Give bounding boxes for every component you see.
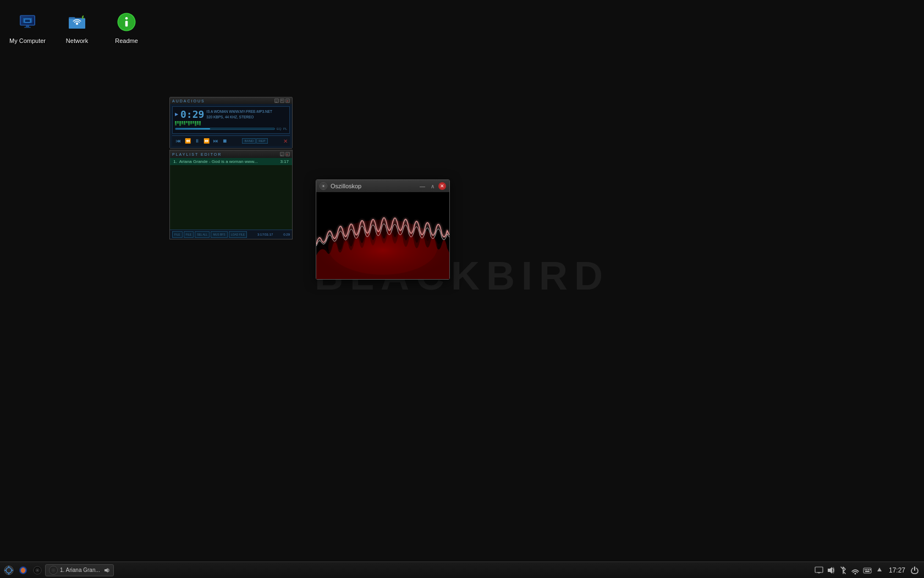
- playlist-close[interactable]: x: [285, 152, 290, 156]
- svg-rect-38: [870, 569, 871, 570]
- svg-rect-39: [865, 571, 870, 572]
- eq-toggle[interactable]: EQ: [277, 127, 282, 130]
- taskbar-left: 1. Ariana Gran...: [0, 564, 116, 577]
- play-indicator: ▶: [175, 112, 178, 117]
- taskbar-firefox-icon[interactable]: [16, 564, 30, 577]
- desktop-icon-network[interactable]: Network: [55, 6, 99, 47]
- audacious-extra-btns: BAND REP: [242, 138, 267, 144]
- progress-row: EQ PL: [175, 127, 287, 130]
- network-icon: [64, 9, 90, 35]
- taskbar-right: 17:27: [810, 565, 924, 575]
- playlist-title: PLAYLIST EDITOR: [172, 152, 222, 156]
- taskbar-app-label: 1. Ariana Gran...: [60, 567, 100, 573]
- mycomputer-icon: [14, 9, 41, 35]
- load-file-btn[interactable]: LOAD FILE: [229, 231, 248, 238]
- desktop-icon-mycomputer[interactable]: My Computer: [6, 6, 50, 47]
- tray-notifications-icon[interactable]: [875, 565, 884, 575]
- taskbar-clock[interactable]: 17:27: [887, 566, 908, 574]
- desktop-icon-readme[interactable]: Readme: [105, 6, 148, 47]
- add-file2-btn[interactable]: FILE: [184, 231, 194, 238]
- oscillo-window-buttons: — ∧ ✕: [418, 182, 446, 190]
- prev-btn[interactable]: ⏮: [174, 138, 183, 144]
- pl-toggle[interactable]: PL: [283, 127, 287, 130]
- stop-btn[interactable]: ⏹: [221, 138, 229, 144]
- playlist-minimize[interactable]: _: [280, 152, 284, 156]
- oscillo-shade[interactable]: ∧: [429, 183, 436, 189]
- svg-rect-4: [24, 27, 31, 28]
- audacious-minimize[interactable]: _: [274, 99, 279, 103]
- mus-bfs-btn[interactable]: MUS BFS: [211, 231, 227, 238]
- network-label: Network: [66, 37, 88, 44]
- audacious-player: AUDACIOUS _ ^ x ▶ 0:29 IS A WOMAN WWW.MY…: [169, 97, 293, 149]
- taskbar-system-icon[interactable]: [2, 564, 15, 577]
- audacious-x[interactable]: ✕: [283, 138, 288, 144]
- oscillo-minimize[interactable]: —: [418, 183, 427, 189]
- audacious-title: AUDACIOUS: [172, 99, 205, 103]
- tray-display-icon[interactable]: [814, 565, 824, 575]
- readme-label: Readme: [115, 37, 138, 44]
- oscilloscope-window: Oszilloskop — ∧ ✕: [316, 179, 450, 280]
- tray-keyboard-icon[interactable]: [862, 565, 872, 575]
- oscillo-app-icon: [320, 182, 327, 190]
- audacious-display: ▶ 0:29 IS A WOMAN WWW.MY-FREE-MP3.NET 32…: [172, 106, 290, 134]
- audacious-main: ▶ 0:29 IS A WOMAN WWW.MY-FREE-MP3.NET 32…: [170, 104, 292, 148]
- pause-btn[interactable]: ⏸: [193, 138, 201, 144]
- playlist-titlebar[interactable]: PLAYLIST EDITOR _ x: [170, 150, 292, 158]
- audacious-titlebar[interactable]: AUDACIOUS _ ^ x: [170, 97, 292, 104]
- svg-rect-35: [865, 569, 866, 570]
- svg-marker-32: [828, 567, 832, 574]
- sel-all-btn[interactable]: SEL ALL: [195, 231, 210, 238]
- playlist-window-controls: _ x: [280, 152, 290, 156]
- audacious-shade[interactable]: ^: [280, 99, 284, 103]
- svg-rect-13: [125, 21, 128, 27]
- taskbar-audacious-icon[interactable]: [31, 564, 44, 577]
- audacious-close[interactable]: x: [285, 99, 290, 103]
- svg-marker-40: [877, 568, 882, 571]
- readme-icon: [113, 9, 140, 35]
- tray-volume-icon[interactable]: [826, 565, 836, 575]
- rep-btn[interactable]: REP: [256, 138, 267, 144]
- oscilloscope-titlebar[interactable]: Oszilloskop — ∧ ✕: [316, 180, 449, 192]
- time-display: 0:29: [180, 108, 204, 120]
- svg-rect-36: [866, 569, 867, 570]
- oscilloscope-waveform: [316, 192, 449, 279]
- audacious-controls: ⏮ ⏪ ⏸ ⏩ ⏭ ⏹ BAND REP ✕: [172, 135, 290, 146]
- eq-bars: [175, 121, 287, 126]
- progress-fill: [175, 128, 210, 129]
- playlist-item-name: Ariana Grande - God is a woman www...: [179, 159, 278, 164]
- playlist-content: 1. Ariana Grande - God is a woman www...…: [170, 158, 292, 230]
- rew-btn[interactable]: ⏪: [183, 138, 193, 144]
- svg-rect-8: [25, 20, 30, 23]
- taskbar-app-icon: [49, 566, 58, 575]
- tray-network-icon[interactable]: [850, 565, 860, 575]
- oscillo-close[interactable]: ✕: [438, 182, 446, 190]
- svg-point-9: [76, 23, 79, 25]
- audacious-window-controls: _ ^ x: [274, 99, 290, 103]
- oscillo-title-text: Oszilloskop: [331, 183, 361, 189]
- svg-rect-3: [26, 25, 29, 27]
- playlist-footer: FILE FILE SEL ALL MUS BFS LOAD FILE 3:17…: [170, 230, 292, 239]
- playlist-elapsed: 0:29: [283, 233, 290, 236]
- svg-point-33: [854, 572, 856, 574]
- svg-rect-37: [868, 569, 869, 570]
- svg-point-15: [322, 185, 324, 187]
- tray-power-icon[interactable]: [910, 565, 920, 575]
- track-info: IS A WOMAN WWW.MY-FREE-MP3.NET 320 KBPS,…: [206, 109, 287, 119]
- fwd-btn[interactable]: ⏩: [202, 138, 211, 144]
- svg-rect-34: [864, 568, 871, 573]
- next-btn[interactable]: ⏭: [212, 138, 220, 144]
- band-btn[interactable]: BAND: [242, 138, 256, 144]
- progress-bar[interactable]: [175, 128, 275, 130]
- tray-bluetooth-icon[interactable]: [838, 565, 848, 575]
- playlist-item[interactable]: 1. Ariana Grande - God is a woman www...…: [170, 158, 292, 166]
- svg-point-12: [125, 17, 128, 20]
- oscilloscope-display: [316, 192, 449, 279]
- track-line2: 320 KBPS, 44 KHZ, STEREO: [206, 114, 287, 119]
- add-file-btn[interactable]: FILE: [172, 231, 183, 238]
- playlist-item-duration: 3:17: [280, 159, 289, 164]
- oscillo-title-left: Oszilloskop: [320, 182, 361, 190]
- taskbar-volume-icon: [103, 567, 110, 574]
- taskbar-app-button[interactable]: 1. Ariana Gran...: [45, 564, 114, 576]
- svg-rect-29: [815, 567, 823, 572]
- playlist-item-title: 1.: [173, 159, 177, 164]
